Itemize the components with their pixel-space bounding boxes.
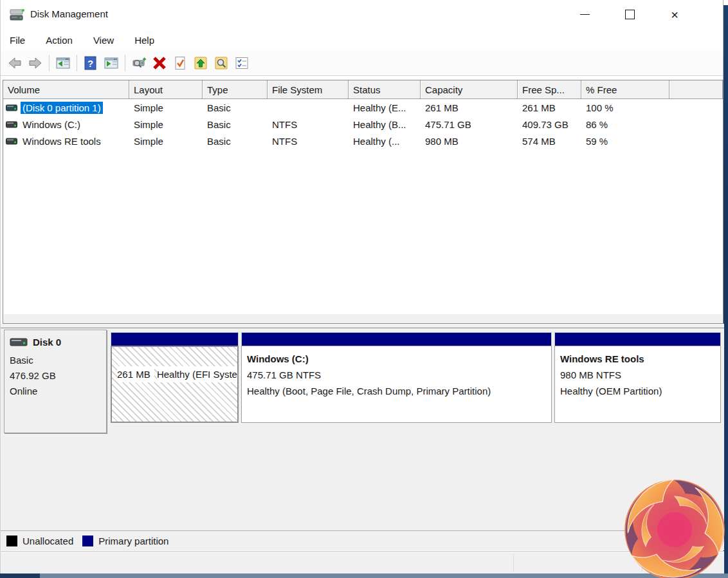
cell-free-space: 409.73 GB (518, 119, 581, 130)
back-button[interactable] (5, 53, 25, 73)
rescan-disks-button[interactable] (129, 53, 149, 73)
menu-help[interactable]: Help (128, 32, 161, 48)
minimize-icon (580, 14, 590, 15)
cell-pct-free: 86 % (581, 119, 669, 130)
show-action-pane-button[interactable] (101, 53, 122, 73)
folder-magnifier-icon (214, 55, 229, 71)
cell-status: Healthy (B... (349, 119, 421, 130)
disk-status: Online (10, 384, 101, 399)
help-icon: ? (83, 55, 98, 71)
partition-title: Windows (C:) (247, 353, 309, 364)
list-header: Volume Layout Type File System Status Ca… (3, 80, 723, 99)
table-row[interactable]: Windows (C:) Simple Basic NTFS Healthy (… (3, 116, 723, 133)
svg-text:?: ? (87, 58, 93, 69)
column-header-filler (669, 80, 723, 98)
graphical-view-pane: Disk 0 Basic 476.92 GB Online 261 MB Hea… (1, 328, 724, 550)
disk-info-box[interactable]: Disk 0 Basic 476.92 GB Online (4, 330, 107, 433)
partition-size: 980 MB NTFS (560, 367, 720, 383)
back-arrow-icon (7, 55, 23, 71)
partition-status: Healthy (Boot, Page File, Crash Dump, Pr… (247, 383, 551, 399)
menu-file[interactable]: File (3, 32, 32, 48)
table-row[interactable]: Windows RE tools Simple Basic NTFS Healt… (3, 133, 723, 149)
cell-free-space: 574 MB (518, 136, 581, 147)
volume-name: Windows RE tools (21, 135, 103, 147)
menu-view[interactable]: View (87, 32, 120, 48)
menu-action[interactable]: Action (39, 32, 79, 48)
column-header-pct-free[interactable]: % Free (581, 80, 669, 98)
maximize-icon (625, 10, 635, 19)
cell-pct-free: 59 % (581, 136, 669, 147)
disk-management-app-icon (10, 8, 25, 22)
volume-list-pane: Volume Layout Type File System Status Ca… (3, 80, 723, 324)
volume-drive-icon (6, 120, 17, 129)
toolbar-separator (77, 55, 77, 71)
toolbar-separator (125, 55, 125, 71)
volume-name: Windows (C:) (21, 118, 82, 131)
column-header-capacity[interactable]: Capacity (421, 80, 518, 98)
checklist-icon (234, 55, 250, 71)
action-pane-icon (104, 55, 119, 71)
volume-name: (Disk 0 partition 1) (21, 102, 103, 114)
volume-drive-icon (6, 137, 17, 145)
cell-type: Basic (203, 102, 268, 113)
minimize-button[interactable] (562, 0, 607, 29)
title-bar: Disk Management × (1, 0, 723, 29)
column-header-status[interactable]: Status (349, 80, 421, 98)
disk-size: 476.92 GB (10, 368, 101, 384)
horizontal-scrollbar[interactable] (4, 314, 722, 322)
partition-efi-system[interactable]: 261 MB Healthy (EFI System Pa (111, 332, 239, 425)
primary-partition-swatch (82, 536, 93, 546)
partition-windows-re[interactable]: Windows RE tools 980 MB NTFS Healthy (OE… (554, 332, 721, 425)
cell-layout: Simple (129, 119, 203, 130)
forward-arrow-icon (28, 55, 43, 71)
toolbar: ? (1, 51, 723, 76)
cell-capacity: 980 MB (421, 136, 518, 147)
table-row[interactable]: (Disk 0 partition 1) Simple Basic Health… (3, 99, 723, 116)
partition-title: Windows RE tools (560, 353, 644, 364)
show-console-tree-button[interactable] (53, 53, 73, 73)
column-header-type[interactable]: Type (203, 80, 268, 98)
toolbar-separator (49, 55, 50, 71)
disk-management-window: Disk Management × File Action View Help (0, 0, 728, 578)
watermark-swirl-logo (621, 476, 728, 578)
partition-windows-c[interactable]: Windows (C:) 475.71 GB NTFS Healthy (Boo… (241, 332, 552, 425)
volume-drive-icon (6, 104, 17, 112)
legend-label-unallocated: Unallocated (23, 536, 73, 546)
browse-folder-button[interactable] (211, 53, 232, 73)
maximize-button[interactable] (607, 0, 652, 29)
console-tree-icon (55, 55, 71, 71)
cell-free-space: 261 MB (518, 102, 581, 113)
disk-type: Basic (10, 353, 101, 368)
unallocated-swatch (6, 536, 17, 546)
column-header-volume[interactable]: Volume (3, 80, 129, 98)
partition-color-bar (241, 332, 552, 346)
delete-volume-button[interactable] (149, 53, 170, 73)
cell-capacity: 475.71 GB (421, 119, 518, 130)
partition-size: 475.71 GB NTFS (247, 367, 551, 383)
cell-status: Healthy (E... (349, 102, 421, 113)
mark-active-button[interactable] (170, 53, 190, 73)
column-header-file-system[interactable]: File System (268, 80, 349, 98)
window-title: Disk Management (30, 8, 108, 19)
help-button[interactable]: ? (80, 53, 101, 73)
partition-status: Healthy (OEM Partition) (560, 383, 720, 399)
partition-status: Healthy (EFI System Pa (157, 369, 239, 380)
column-header-layout[interactable]: Layout (129, 80, 203, 98)
cell-capacity: 261 MB (421, 102, 518, 113)
close-icon: × (671, 8, 678, 21)
legend-bar: Unallocated Primary partition (1, 530, 724, 550)
menu-bar: File Action View Help (1, 29, 723, 51)
delete-x-icon (152, 55, 167, 71)
document-check-icon (172, 55, 188, 71)
cell-layout: Simple (129, 102, 203, 113)
partition-size: 261 MB (117, 369, 152, 380)
forward-button[interactable] (25, 53, 46, 73)
disk-magnifier-icon (131, 55, 147, 71)
close-button[interactable]: × (652, 0, 697, 29)
status-bar-divider (513, 554, 514, 572)
open-parent-button[interactable] (190, 53, 211, 73)
properties-button[interactable] (232, 53, 252, 73)
disk-name: Disk 0 (33, 337, 61, 348)
column-header-free-space[interactable]: Free Sp... (518, 80, 581, 98)
cell-layout: Simple (129, 136, 203, 147)
